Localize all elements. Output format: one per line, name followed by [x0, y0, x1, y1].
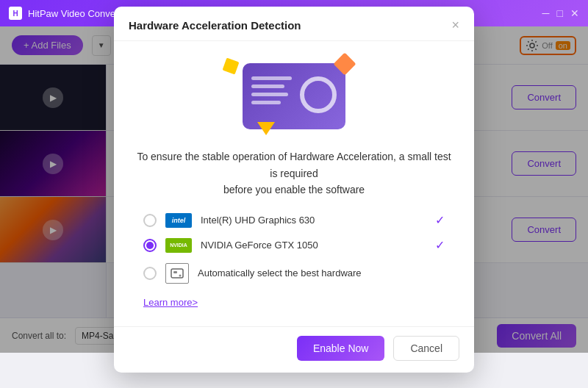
modal-footer: Enable Now Cancel	[114, 326, 474, 373]
hw-acceleration-modal: Hardware Acceleration Detection ×	[114, 7, 474, 372]
minimize-button[interactable]: ─	[542, 7, 550, 19]
modal-description: To ensure the stable operation of Hardwa…	[136, 148, 452, 198]
modal-title: Hardware Acceleration Detection	[129, 19, 301, 32]
illustration-container	[220, 56, 368, 137]
app-body: + Add Files ▼ Off on ▶ ▶ ▶	[0, 26, 588, 353]
hw-option-auto[interactable]: Automatically select the best hardware	[136, 263, 452, 284]
modal-body: To ensure the stable operation of Hardwa…	[114, 41, 474, 326]
modal-learn-more: Learn more>	[136, 295, 452, 309]
modal-illustration	[136, 56, 452, 137]
radio-intel[interactable]	[143, 214, 157, 227]
circle-icon	[300, 76, 337, 113]
radio-nvidia-inner	[146, 242, 154, 249]
close-button[interactable]: ✕	[570, 7, 579, 19]
intel-option-label: Intel(R) UHD Graphics 630	[201, 215, 426, 226]
line-2	[251, 85, 284, 88]
line-1	[251, 76, 292, 80]
auto-badge	[165, 263, 189, 284]
svg-point-3	[179, 274, 182, 276]
nvidia-check-icon: ✓	[435, 238, 445, 252]
svg-rect-1	[171, 269, 183, 278]
hw-options-list: intel Intel(R) UHD Graphics 630 ✓ NVIDIA…	[136, 213, 452, 284]
hw-option-intel[interactable]: intel Intel(R) UHD Graphics 630 ✓	[136, 213, 452, 228]
nvidia-option-label: NVIDIA GeForce GTX 1050	[201, 240, 426, 251]
window-controls[interactable]: ─ □ ✕	[542, 7, 579, 19]
cancel-button[interactable]: Cancel	[393, 336, 459, 361]
nvidia-badge: NVIDIA	[165, 238, 192, 253]
learn-more-link[interactable]: Learn more>	[143, 297, 198, 308]
modal-header: Hardware Acceleration Detection ×	[114, 7, 474, 41]
illustration-card	[243, 63, 345, 129]
radio-nvidia[interactable]	[143, 239, 157, 252]
gem-yellow-icon	[222, 58, 239, 75]
auto-icon	[170, 266, 184, 281]
line-3	[251, 93, 288, 96]
enable-now-button[interactable]: Enable Now	[297, 336, 385, 361]
arrow-yellow-icon	[257, 122, 275, 135]
radio-auto[interactable]	[143, 267, 157, 280]
auto-option-label: Automatically select the best hardware	[198, 267, 445, 279]
intel-badge: intel	[165, 213, 192, 228]
svg-rect-2	[173, 271, 177, 273]
line-4	[251, 101, 281, 104]
modal-close-button[interactable]: ×	[451, 18, 459, 32]
illustration-lines	[251, 76, 292, 104]
app-logo: H	[9, 7, 22, 20]
intel-check-icon: ✓	[435, 213, 445, 227]
maximize-button[interactable]: □	[557, 7, 563, 19]
hw-option-nvidia[interactable]: NVIDIA NVIDIA GeForce GTX 1050 ✓	[136, 238, 452, 253]
modal-overlay: Hardware Acceleration Detection ×	[0, 26, 588, 353]
